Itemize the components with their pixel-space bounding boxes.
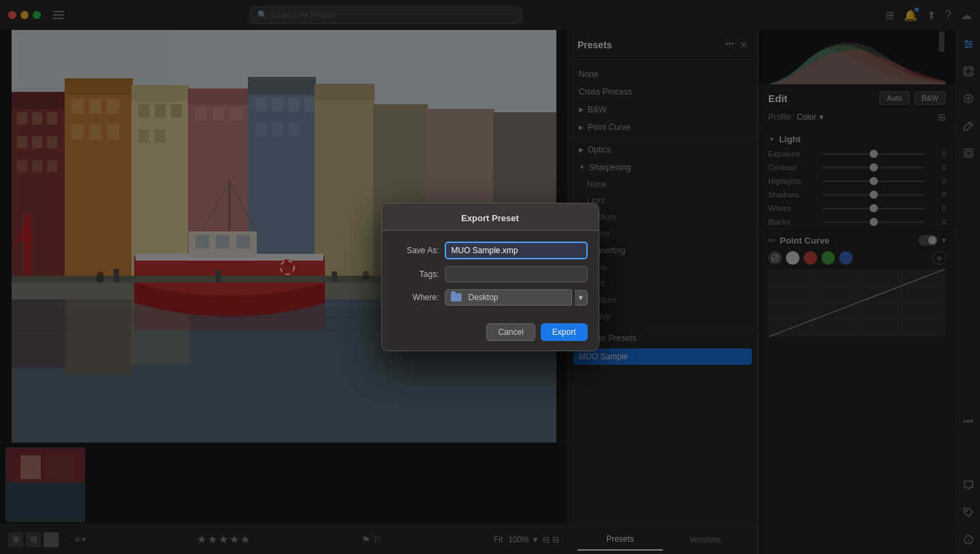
where-row: Where: Desktop ▾	[393, 289, 588, 306]
export-button[interactable]: Export	[541, 323, 588, 341]
folder-icon	[451, 293, 462, 302]
where-select[interactable]: Desktop	[445, 289, 572, 306]
dialog-title: Export Preset	[461, 213, 519, 223]
save-as-label: Save As:	[393, 246, 439, 255]
save-as-row: Save As:	[393, 242, 588, 259]
tags-input[interactable]	[445, 266, 588, 282]
dialog-title-bar: Export Preset	[382, 203, 599, 231]
where-value: Desktop	[469, 293, 499, 302]
save-as-input[interactable]	[445, 242, 588, 259]
tags-row: Tags:	[393, 266, 588, 282]
where-label: Where:	[393, 293, 439, 302]
tags-label: Tags:	[393, 270, 439, 279]
where-dropdown[interactable]: ▾	[575, 290, 588, 306]
dialog-footer: Cancel Export	[382, 316, 599, 351]
dialog-where: Desktop ▾	[445, 289, 588, 306]
cancel-button[interactable]: Cancel	[486, 323, 535, 341]
dialog-overlay: Export Preset Save As: Tags: Where: Desk…	[0, 0, 980, 554]
export-preset-dialog: Export Preset Save As: Tags: Where: Desk…	[381, 203, 599, 351]
dialog-body: Save As: Tags: Where: Desktop ▾	[382, 231, 599, 316]
